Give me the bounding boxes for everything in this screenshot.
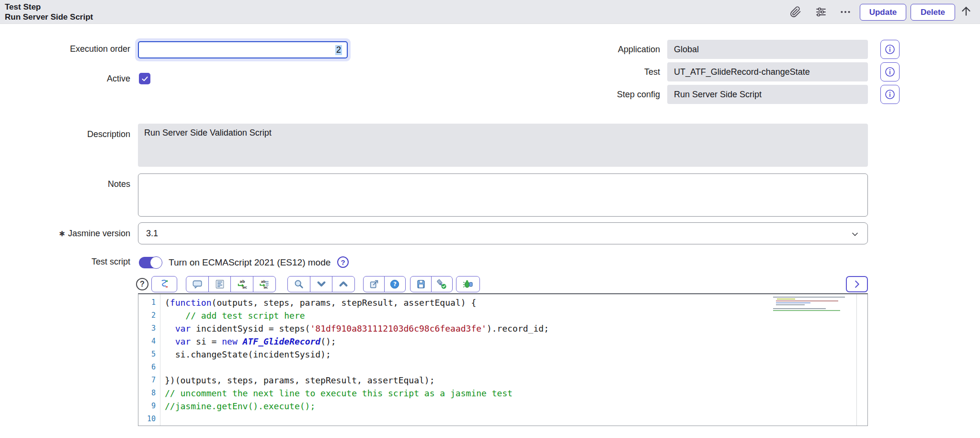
info-icon: [884, 66, 896, 78]
test-label: Test: [565, 67, 660, 77]
test-script-label: Test script: [6, 257, 130, 267]
debug-icon[interactable]: [456, 276, 480, 292]
toggle-comment-icon[interactable]: [186, 276, 209, 292]
jasmine-version-select[interactable]: 3.1: [138, 222, 868, 244]
jasmine-version-label: ✱Jasmine version: [6, 229, 130, 239]
editor-code[interactable]: (function(outputs, steps, params, stepRe…: [161, 294, 867, 426]
execution-order-label: Execution order: [6, 44, 130, 54]
test-info-button[interactable]: [880, 62, 900, 81]
expand-editor-button[interactable]: [846, 276, 868, 292]
description-textarea[interactable]: Run Server Side Validation Script: [138, 124, 868, 167]
test-field[interactable]: UT_ATF_GlideRecord-changeState: [667, 62, 868, 81]
script-syntax-icon[interactable]: [151, 276, 177, 292]
editor-help-icon[interactable]: ?: [136, 278, 148, 290]
replace-all-icon[interactable]: ab ac: [253, 276, 276, 292]
info-icon: [884, 89, 896, 100]
chevron-down-icon: [850, 230, 860, 242]
record-title-label: Run Server Side Script: [5, 12, 93, 22]
syntax-check-icon[interactable]: [431, 276, 453, 292]
open-new-window-icon[interactable]: [363, 276, 385, 292]
notes-label: Notes: [6, 179, 130, 189]
search-icon[interactable]: [287, 276, 310, 292]
test-step-form: Test Step Run Server Side Script Update …: [0, 0, 980, 438]
svg-text:ac: ac: [242, 285, 247, 289]
jasmine-version-value: 3.1: [146, 229, 158, 239]
svg-text:ab: ab: [239, 279, 245, 284]
application-info-button[interactable]: [880, 40, 900, 59]
notes-textarea[interactable]: [138, 173, 868, 217]
info-icon: [884, 44, 896, 55]
execution-order-value: 2: [335, 45, 342, 55]
chevron-right-icon: [852, 279, 862, 289]
editor-minimap[interactable]: [773, 297, 855, 313]
page-title: Test Step Run Server Side Script: [5, 2, 93, 22]
paperclip-icon[interactable]: [789, 6, 802, 18]
editor-scrollbar[interactable]: [856, 294, 857, 426]
required-asterisk-icon: ✱: [59, 230, 65, 238]
record-type-label: Test Step: [5, 2, 93, 12]
svg-text:?: ?: [393, 281, 397, 288]
find-previous-icon[interactable]: [332, 276, 355, 292]
application-label: Application: [565, 45, 660, 55]
collapse-form-icon[interactable]: [960, 5, 972, 17]
help-icon[interactable]: ?: [384, 276, 406, 292]
es-mode-toggle-label: Turn on ECMAScript 2021 (ES12) mode: [169, 257, 330, 268]
step-config-info-button[interactable]: [880, 85, 900, 104]
save-icon[interactable]: [410, 276, 432, 292]
application-field[interactable]: Global: [667, 40, 868, 59]
svg-text:ac: ac: [263, 285, 268, 289]
script-editor[interactable]: 12345678910 (function(outputs, steps, pa…: [138, 293, 868, 426]
more-options-icon[interactable]: [839, 6, 852, 18]
checkmark-icon: [141, 75, 148, 82]
es-mode-toggle[interactable]: [139, 257, 162, 268]
find-next-icon[interactable]: [310, 276, 333, 292]
execution-order-input[interactable]: 2: [135, 38, 351, 61]
editor-gutter: 12345678910: [138, 294, 160, 426]
replace-icon[interactable]: ab ac: [230, 276, 253, 292]
description-label: Description: [6, 129, 130, 139]
delete-button[interactable]: Delete: [911, 4, 955, 21]
step-config-label: Step config: [565, 90, 660, 100]
personalize-form-icon[interactable]: [815, 6, 827, 18]
form-header: Test Step Run Server Side Script Update …: [0, 0, 980, 24]
svg-text:ab: ab: [261, 279, 265, 284]
active-label: Active: [6, 74, 130, 84]
step-config-field[interactable]: Run Server Side Script: [667, 85, 868, 104]
format-code-icon[interactable]: [208, 276, 231, 292]
es-mode-help-icon[interactable]: ?: [337, 256, 349, 268]
toggle-knob: [150, 256, 162, 269]
active-checkbox[interactable]: [139, 73, 150, 84]
update-button[interactable]: Update: [860, 4, 906, 21]
